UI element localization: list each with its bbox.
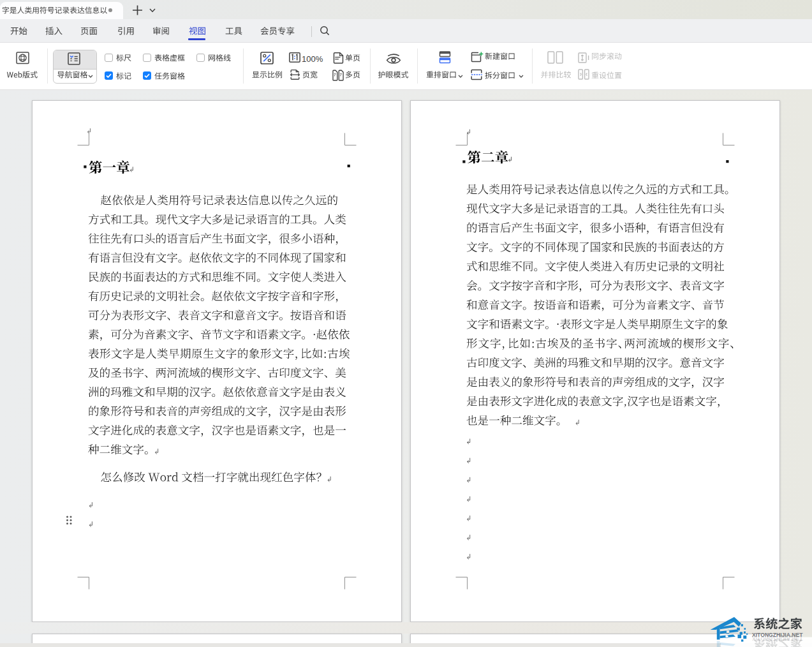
- svg-text:XITONGZHIJIA.NET: XITONGZHIJIA.NET: [752, 636, 803, 642]
